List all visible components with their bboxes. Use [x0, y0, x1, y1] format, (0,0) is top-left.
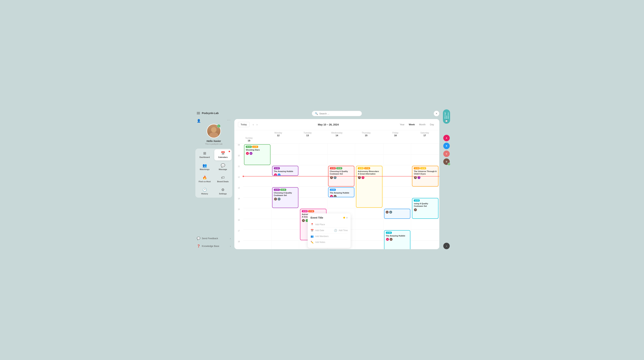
time-14: 14: [234, 197, 243, 208]
today-button[interactable]: Today: [238, 122, 250, 127]
knowledge-icon: ❓: [197, 244, 200, 248]
calendar-body: Monday 12 Tuesday 13 Wednesday 14 Thursd…: [234, 130, 439, 249]
knowledge-label: Knowledge Base: [202, 245, 228, 247]
sidebar-bottom: 💬 Send Feedback › ❓ Knowledge Base ›: [195, 235, 232, 249]
cohost-label: Find co-Host: [198, 180, 210, 183]
day-header-fri: Friday 16: [381, 132, 410, 137]
day-column-tue: 11:00 The Amazing Hubble A C: [271, 144, 300, 249]
event-cookware-tuesday[interactable]: 13:00 15:00 Choosing A QualityCookware S…: [272, 187, 298, 208]
time-16: 16: [234, 219, 243, 229]
popup-title: Event Title: [310, 216, 323, 219]
days-grid: Monday 12 Tuesday 13 Wednesday 14 Thursd…: [234, 130, 439, 249]
day-column-fri: 11:00 17:00 Astronomy BinocularsA Great …: [355, 144, 383, 249]
settings-icon: ⚙: [221, 188, 224, 192]
date-label[interactable]: Add Date: [315, 229, 324, 232]
right-avatar-2[interactable]: B: [443, 143, 450, 149]
event-sat-small[interactable]: D E: [384, 209, 410, 219]
date-icon: 📅: [310, 229, 314, 232]
popup-members-row: 👥 Add Members: [310, 233, 348, 239]
close-button[interactable]: ×: [434, 111, 439, 116]
right-avatar-4-container: D 8: [443, 158, 450, 165]
view-tabs: Year Week Month Day: [398, 122, 436, 127]
feedback-icon: 💬: [197, 237, 200, 240]
avatar-badge: 4: [217, 124, 220, 128]
time-18: 18: [234, 240, 243, 249]
dashboard-label: Dashboard: [200, 156, 210, 158]
nav-forward-button[interactable]: ›: [443, 243, 450, 249]
next-button[interactable]: ›: [256, 122, 258, 127]
tab-year[interactable]: Year: [398, 122, 406, 127]
event-title-cookware-sunday: osing A Quality Cookware Set: [414, 202, 437, 207]
right-avatar-1[interactable]: A: [443, 135, 450, 141]
event-cookware-thursday[interactable]: 11:00 15:00 Choosing A QualityCookware S…: [328, 166, 354, 187]
day-column-sat: 17:00 The Amazing Hubble A H: [383, 144, 412, 249]
right-sidebar: 💬 Message New Matches A B C D 8 ›: [442, 108, 451, 252]
sidebar-item-history[interactable]: 🕐 History: [196, 186, 213, 197]
event-universe-sunday[interactable]: 11:00 14:00 The Universe Through A Child…: [412, 166, 438, 187]
day-header-mon: Monday 12: [264, 132, 293, 137]
knowledge-arrow-icon: ›: [230, 245, 231, 248]
sidebar-item-calendars[interactable]: 📅 Calendars: [214, 149, 232, 160]
sidebar-item-cohost[interactable]: 🔥 Find co-Host: [196, 174, 213, 185]
notes-label[interactable]: Add Notes: [315, 241, 325, 243]
right-avatar-list: A B C D 8: [443, 135, 450, 165]
place-icon: 📍: [310, 223, 314, 226]
event-title-cookware-thursday: Choosing A QualityCookware Set: [330, 170, 353, 175]
feedback-arrow-icon: ›: [230, 237, 231, 240]
send-feedback-link[interactable]: 💬 Send Feedback ›: [195, 235, 232, 241]
search-input[interactable]: [319, 112, 355, 115]
tab-day[interactable]: Day: [428, 122, 436, 127]
sidebar-item-branddeals[interactable]: 🏷 Brand Deals: [214, 174, 232, 185]
event-cookware-sunday[interactable]: 14:00 osing A Quality Cookware Set K: [412, 198, 438, 219]
history-label: History: [201, 193, 208, 195]
calendar-card: Today ‹ › May 10 – 26, 2024 Year Week Mo…: [234, 119, 439, 249]
nav-grid: ⊞ Dashboard 📅 Calendars 👥 Matchings 💬 Ma…: [195, 149, 232, 198]
sidebar-item-matchings[interactable]: 👥 Matchings: [196, 161, 213, 173]
sidebar-item-dashboard[interactable]: ⊞ Dashboard: [196, 149, 213, 160]
tab-month[interactable]: Month: [417, 122, 427, 127]
time-12: 12: [234, 176, 243, 187]
sub-text: This is podsynk Lab: [205, 143, 222, 145]
massage-icon: 💬: [221, 164, 225, 167]
popup-chevron-icon[interactable]: ∨: [346, 216, 348, 219]
user-icon: 👤: [197, 119, 201, 123]
notes-icon: ✏️: [310, 241, 314, 244]
event-hubble-tuesday[interactable]: 11:00 The Amazing Hubble A C: [272, 166, 298, 176]
popup-place-row: 📍 Add Place: [310, 222, 348, 227]
knowledge-base-link[interactable]: ❓ Knowledge Base ›: [195, 243, 232, 249]
hamburger-icon[interactable]: [197, 112, 200, 114]
day-header-sat: Saturday 17: [410, 132, 439, 137]
event-title-universe-sunday: The Universe Through A Child S Eyes: [414, 170, 437, 175]
right-avatar-3[interactable]: C: [443, 151, 450, 157]
time-label[interactable]: Add Time: [339, 229, 348, 232]
place-label[interactable]: Add Place: [315, 223, 325, 226]
event-hubble-saturday[interactable]: 17:00 The Amazing Hubble A H: [384, 230, 410, 249]
time-13: 13: [234, 187, 243, 197]
search-icon: 🔍: [315, 112, 318, 115]
nav-arrows: ‹ ›: [252, 122, 259, 127]
sidebar-item-settings[interactable]: ⚙ Settings: [214, 186, 232, 197]
message-new-matches-button[interactable]: 💬 Message New Matches: [443, 109, 450, 124]
feedback-label: Send Feedback: [202, 237, 228, 240]
sidebar-item-massage[interactable]: 💬 Massage: [214, 161, 232, 173]
event-title-astro-friday: Astronomy BinocularsA Great Alternative: [358, 170, 381, 175]
tab-week[interactable]: Week: [407, 122, 417, 127]
prev-button[interactable]: ‹: [252, 122, 255, 127]
time-11: 11: [234, 165, 243, 176]
event-shooting-stars[interactable]: 09:00 11:00 Shooting Stars A B: [244, 144, 270, 165]
search-bar: 🔍: [312, 111, 362, 116]
event-astro-friday[interactable]: 11:00 17:00 Astronomy BinocularsA Great …: [356, 166, 382, 208]
right-badge: 8: [448, 163, 450, 166]
time-09: 09: [234, 144, 243, 154]
time-icon: 🕐: [334, 229, 337, 232]
event-hubble-thursday[interactable]: 13:00 The Amazing Hubble A H: [328, 187, 354, 197]
time-grid: 09 10 11 12 13 14 15 16 17 18 19: [234, 144, 439, 249]
popup-date-row: 📅 Add Date 🕐 Add Time: [310, 227, 348, 233]
matchings-label: Matchings: [200, 168, 210, 170]
members-label[interactable]: Add Members: [315, 235, 328, 238]
branddeals-label: Brand Deals: [217, 180, 228, 183]
user-options-icon[interactable]: ···: [227, 118, 231, 122]
dashboard-icon: ⊞: [203, 151, 206, 155]
calendars-label: Calendars: [218, 156, 228, 158]
date-range: May 10 – 26, 2024: [261, 123, 396, 126]
